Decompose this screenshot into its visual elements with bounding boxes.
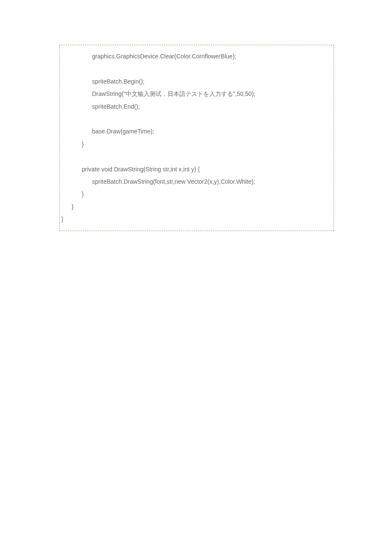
code-line [60, 113, 334, 125]
code-line: spriteBatch.End(); [60, 101, 334, 113]
code-line: } [60, 188, 334, 200]
code-line [60, 63, 334, 75]
code-line: } [60, 201, 334, 213]
code-block: graphics.GraphicsDevice.Clear(Color.Corn… [59, 45, 334, 231]
code-line: private void DrawString(String str,int x… [60, 163, 334, 176]
code-line [60, 150, 334, 163]
code-line: spriteBatch.Begin(); [60, 75, 334, 88]
code-line: spriteBatch.DrawString(font,str,new Vect… [60, 176, 334, 188]
code-line: } [60, 213, 334, 225]
code-line: } [60, 138, 334, 150]
code-line: DrawString("中文输入测试，日本語テストを入力する",50,50); [60, 88, 334, 100]
code-line: base.Draw(gameTime); [60, 125, 334, 138]
code-line: graphics.GraphicsDevice.Clear(Color.Corn… [60, 50, 334, 63]
